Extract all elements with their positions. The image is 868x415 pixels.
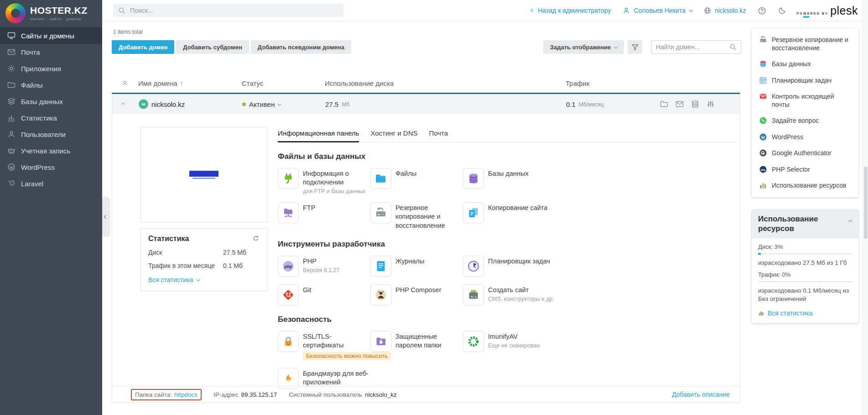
add-description-link[interactable]: Добавить описание [672, 391, 730, 398]
tool-task-scheduler[interactable]: Планировщик задач [752, 73, 858, 89]
tool-backup-restore[interactable]: Резервное копирование и восстановление [752, 32, 858, 56]
chevron-down-icon [689, 8, 692, 12]
google-authenticator-icon [759, 149, 767, 157]
add-subdomain-button[interactable]: Добавить субдомен [176, 40, 249, 54]
feature-ftp[interactable]: FTP [278, 202, 370, 230]
tab-mail[interactable]: Почта [429, 129, 448, 142]
tab-hosting-dns[interactable]: Хостинг и DNS [370, 129, 417, 142]
protected-folder-icon [370, 331, 391, 352]
sidebar-item-laravel[interactable]: Laravel [0, 175, 102, 192]
global-search[interactable] [113, 4, 343, 17]
feature-files[interactable]: Файлы [370, 168, 463, 194]
main-content: 1 items total Добавить домен Добавить су… [112, 21, 741, 415]
table-header: Имя домена ↑ Статус Использование диска … [112, 73, 741, 93]
traffic-cell: 0.1 Мб/месяц [566, 100, 603, 108]
feature-connection-info[interactable]: Информация о подключениидля FTP и базы д… [278, 168, 370, 194]
all-statistics-link[interactable]: Вся статистика [758, 310, 852, 317]
feature-imunifyav[interactable]: ImunifyAVЕще не сканирован [463, 331, 556, 360]
open-site-link[interactable]: nicksolo.kz [704, 7, 746, 14]
right-column: Резервное копирование и восстановление Б… [752, 29, 858, 323]
php-icon: php [278, 256, 299, 277]
feature-php-composer[interactable]: PHP Composer [370, 284, 463, 305]
domain-name[interactable]: nicksolo.kz [151, 100, 185, 108]
sidebar-item-mail[interactable]: Почта [0, 44, 102, 60]
column-domain-name[interactable]: Имя домена ↑ [138, 79, 183, 87]
tool-wordpress[interactable]: WordPress [752, 129, 858, 146]
sidebar-item-account[interactable]: Учетная запись [0, 142, 102, 159]
php-selector-icon: php [759, 165, 767, 173]
open-databases-button[interactable] [691, 100, 699, 108]
search-icon [729, 43, 737, 51]
feature-backup-restore[interactable]: Резервное копирование и восстановление [370, 202, 463, 230]
row-settings-button[interactable] [707, 100, 715, 108]
dark-mode-button[interactable] [778, 6, 786, 15]
site-preview-card[interactable] [140, 127, 267, 223]
chevron-up-icon [848, 220, 852, 223]
site-folder-annotation: Папка сайта: httpdocs [131, 389, 202, 400]
all-statistics-link[interactable]: Вся статистика [148, 276, 260, 284]
calendar-icon [759, 76, 767, 84]
add-domain-button[interactable]: Добавить домен [112, 40, 174, 54]
brand-logo[interactable]: HOSTER.KZ хостинг · сайты · домены [0, 0, 102, 27]
tool-php-selector[interactable]: php PHP Selector [752, 162, 858, 178]
user-menu[interactable]: Соловьев Никита [623, 7, 691, 14]
collapse-all-button[interactable] [121, 79, 128, 86]
column-disk-usage[interactable]: Использование диска [325, 79, 394, 87]
collapse-panel-button[interactable] [849, 217, 852, 224]
sidebar-item-files[interactable]: Файлы [0, 77, 102, 93]
feature-web-application-firewall[interactable]: Брандмауэр для веб-приложений [278, 368, 370, 389]
ip-address-value: 89.35.125.17 [241, 391, 277, 398]
refresh-icon [252, 235, 260, 242]
tool-resource-usage[interactable]: Использование ресурсов [752, 178, 858, 194]
column-status[interactable]: Статус [242, 79, 263, 87]
tool-outgoing-mail-control[interactable]: Контроль исходящей почты [752, 89, 858, 113]
status-dropdown[interactable]: Активен [242, 100, 281, 108]
open-files-button[interactable] [660, 100, 668, 108]
add-domain-alias-button[interactable]: Добавить псевдоним домена [251, 40, 351, 54]
scrollbar-thumb[interactable] [864, 167, 868, 239]
imunify-icon [463, 331, 484, 352]
feature-databases[interactable]: Базы данных [463, 168, 556, 194]
feature-protected-directories[interactable]: Защищенные паролем папки [370, 331, 463, 360]
sidebar-item-applications[interactable]: Приложения [0, 60, 102, 77]
wordpress-blue-icon [759, 133, 767, 141]
composer-icon [370, 284, 391, 305]
feature-create-site[interactable]: Создать сайтCMS, конструкторы и др. [463, 284, 556, 305]
feature-ssl-certificates[interactable]: SSL/TLS-сертификатыБезопасность можно по… [278, 331, 370, 360]
feature-site-copy[interactable]: Копирование сайта [463, 202, 556, 230]
sidebar-item-databases[interactable]: Базы данных [0, 93, 102, 110]
feature-git[interactable]: Git [278, 284, 370, 305]
brand-name: HOSTER.KZ [30, 5, 88, 16]
column-traffic[interactable]: Трафик [566, 79, 589, 87]
help-button[interactable] [758, 6, 766, 15]
tool-google-authenticator[interactable]: Google Authenticator [752, 145, 858, 162]
global-search-input[interactable] [130, 7, 338, 14]
set-view-button[interactable]: Задать отображение [543, 40, 624, 54]
tab-dashboard[interactable]: Информационная панель [278, 129, 359, 142]
sidebar-item-users[interactable]: Пользователи [0, 126, 102, 142]
sidebar-item-statistics[interactable]: Статистика [0, 110, 102, 126]
find-domain-field[interactable] [651, 40, 741, 54]
sidebar-item-sites-domains[interactable]: Сайты и домены [0, 27, 102, 44]
traffic-usage-detail: израсходовано 0.1 Мб/месяц из Без ограни… [758, 287, 852, 303]
filter-button[interactable] [628, 40, 642, 54]
tool-ask-question[interactable]: Задайте вопрос [752, 113, 858, 129]
plesk-wordmark: plesk [830, 4, 858, 17]
sidebar-collapse-handle[interactable] [102, 197, 109, 236]
chevron-down-icon [278, 102, 281, 105]
tab-bar: Информационная панель Хостинг и DNS Почт… [278, 129, 736, 142]
feature-php[interactable]: php PHPВерсия 8.1.27 [278, 256, 370, 277]
feature-scheduler[interactable]: Планировщик задач [463, 256, 556, 277]
collapse-row-button[interactable] [122, 103, 125, 105]
back-to-admin-link[interactable]: Назад к администратору [531, 7, 611, 14]
find-domain-input[interactable] [656, 43, 729, 51]
backup-drive-icon [370, 202, 391, 223]
open-mail-button[interactable] [676, 100, 684, 108]
ftp-icon [278, 202, 299, 223]
feature-logs[interactable]: Журналы [370, 256, 463, 277]
site-folder-link[interactable]: httpdocs [174, 391, 198, 398]
copy-pages-icon [463, 202, 484, 223]
refresh-button[interactable] [252, 235, 260, 242]
sidebar-item-wordpress[interactable]: WordPress [0, 159, 102, 175]
tool-databases[interactable]: Базы данных [752, 56, 858, 73]
